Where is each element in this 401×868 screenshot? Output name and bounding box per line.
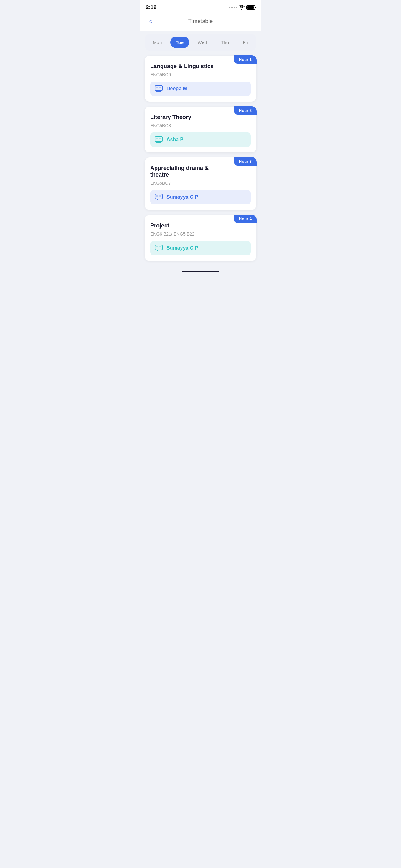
- class-name-2: Literary Theory: [150, 114, 251, 121]
- teacher-row-1[interactable]: Deepa M: [150, 82, 251, 96]
- class-code-3: ENG5BO7: [150, 181, 251, 186]
- class-name-3: Appreciating drama & theatre: [150, 165, 251, 178]
- hour-badge-2: Hour 2: [234, 106, 257, 115]
- wifi-icon: [239, 5, 244, 10]
- hour-badge-1: Hour 1: [234, 55, 257, 64]
- status-bar: 2:12: [140, 0, 261, 13]
- class-name-1: Language & Linguistics: [150, 63, 251, 70]
- monitor-icon-2: [155, 136, 163, 143]
- class-code-2: ENG5BO8: [150, 123, 251, 128]
- teacher-row-4[interactable]: Sumayya C P: [150, 241, 251, 255]
- hour-badge-4: Hour 4: [234, 215, 257, 223]
- tab-thu[interactable]: Thu: [215, 36, 235, 48]
- teacher-name-3: Sumayya C P: [166, 194, 198, 200]
- home-bar: [182, 271, 219, 273]
- class-name-4: Project: [150, 222, 251, 229]
- back-button[interactable]: <: [146, 16, 155, 27]
- teacher-name-4: Sumayya C P: [166, 245, 198, 251]
- tab-wed[interactable]: Wed: [192, 36, 213, 48]
- teacher-row-2[interactable]: Asha P: [150, 132, 251, 147]
- header: < Timetable: [140, 13, 261, 31]
- svg-rect-8: [159, 195, 161, 196]
- svg-rect-0: [155, 86, 162, 91]
- svg-rect-2: [159, 87, 161, 88]
- monitor-icon-1: [155, 85, 163, 92]
- class-card-3: Hour 3 Appreciating drama & theatre ENG5…: [144, 157, 257, 210]
- teacher-name-2: Asha P: [166, 137, 183, 143]
- classes-list: Hour 1 Language & Linguistics ENG5BO9 De…: [140, 51, 261, 266]
- class-card-4: Hour 4 Project ENG6 B21/ ENG5 B22 Sumayy…: [144, 215, 257, 261]
- class-card-1: Hour 1 Language & Linguistics ENG5BO9 De…: [144, 56, 257, 101]
- svg-rect-11: [159, 246, 161, 247]
- signal-icon: [229, 7, 237, 8]
- svg-rect-5: [159, 138, 161, 139]
- svg-rect-10: [156, 246, 158, 247]
- home-indicator: [140, 266, 261, 275]
- class-code-1: ENG5BO9: [150, 72, 251, 77]
- monitor-icon-4: [155, 245, 163, 251]
- teacher-row-3[interactable]: Sumayya C P: [150, 190, 251, 204]
- svg-rect-6: [155, 194, 162, 199]
- tab-mon[interactable]: Mon: [147, 36, 167, 48]
- battery-icon: [246, 5, 255, 10]
- tab-tue[interactable]: Tue: [170, 36, 190, 48]
- svg-rect-7: [156, 195, 158, 196]
- status-icons: [229, 5, 255, 10]
- class-code-4: ENG6 B21/ ENG5 B22: [150, 231, 251, 237]
- page-title: Timetable: [188, 18, 213, 25]
- day-tabs-container: Mon Tue Wed Thu Fri: [144, 34, 257, 51]
- svg-rect-9: [155, 245, 162, 250]
- svg-rect-4: [156, 138, 158, 139]
- teacher-name-1: Deepa M: [166, 86, 187, 92]
- svg-rect-3: [155, 136, 162, 142]
- hour-badge-3: Hour 3: [234, 157, 257, 165]
- status-time: 2:12: [146, 4, 157, 11]
- tab-fri[interactable]: Fri: [237, 36, 254, 48]
- svg-rect-1: [156, 87, 158, 88]
- monitor-icon-3: [155, 194, 163, 200]
- class-card-2: Hour 2 Literary Theory ENG5BO8 Asha P: [144, 106, 257, 153]
